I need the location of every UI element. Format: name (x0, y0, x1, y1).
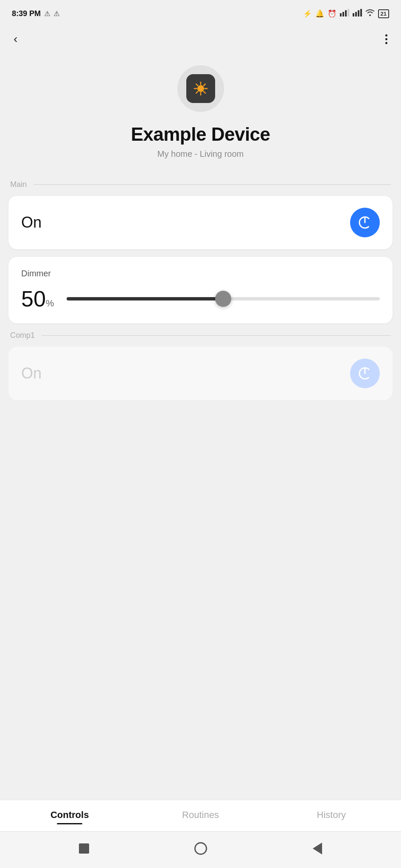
dimmer-unit: % (46, 298, 54, 309)
bell-icon: 🔔 (315, 9, 324, 18)
system-back-button[interactable] (310, 841, 325, 856)
tab-controls[interactable]: Controls (4, 810, 135, 824)
status-right: ⚡ 🔔 ⏰ 21 (303, 9, 389, 19)
warning-icon-2: ⚠ (53, 10, 59, 18)
bottom-spacer (0, 604, 401, 800)
signal-icon-2 (353, 9, 362, 19)
device-location: My home - Living room (157, 149, 244, 159)
svg-rect-1 (342, 12, 344, 17)
signal-icon-1 (340, 9, 349, 19)
tab-history[interactable]: History (266, 810, 397, 824)
svg-rect-0 (340, 13, 342, 17)
device-name: Example Device (131, 124, 270, 145)
wifi-icon (365, 9, 375, 19)
dimmer-number: 50 (21, 287, 46, 311)
warning-icon-1: ⚠ (44, 10, 50, 18)
comp1-power-button[interactable] (350, 359, 380, 388)
main-content: Main On Dimmer 50% Comp1 On (0, 180, 401, 604)
svg-point-9 (197, 85, 204, 92)
dimmer-value-display: 50% (21, 286, 54, 312)
dimmer-slider[interactable] (67, 297, 380, 300)
comp1-section-divider (42, 335, 391, 336)
tab-controls-underline (57, 823, 82, 824)
power-card: On (8, 196, 393, 249)
back-icon (313, 843, 322, 854)
device-icon-inner (186, 74, 215, 103)
status-left: 8:39 PM ⚠ ⚠ (12, 9, 59, 18)
dimmer-card: Dimmer 50% (8, 257, 393, 323)
comp1-label-text: Comp1 (10, 331, 35, 340)
main-section-label: Main (8, 180, 393, 189)
status-bar: 8:39 PM ⚠ ⚠ ⚡ 🔔 ⏰ 21 (0, 0, 401, 25)
svg-line-16 (203, 84, 205, 86)
svg-rect-6 (358, 10, 359, 17)
more-options-button[interactable] (385, 34, 387, 44)
home-button[interactable] (193, 841, 208, 856)
svg-rect-5 (355, 12, 357, 17)
device-icon-circle (177, 65, 224, 112)
svg-rect-2 (345, 10, 347, 17)
svg-line-17 (196, 92, 198, 93)
svg-rect-4 (353, 13, 354, 17)
main-section-divider (34, 184, 391, 185)
home-icon (194, 842, 207, 855)
back-button[interactable]: ‹ (14, 33, 17, 45)
nav-header: ‹ (0, 25, 401, 53)
tab-controls-label: Controls (50, 810, 89, 821)
comp1-power-card: On (8, 347, 393, 400)
power-button[interactable] (350, 208, 380, 237)
battery-indicator: 21 (378, 9, 389, 18)
tab-routines[interactable]: Routines (135, 810, 266, 824)
svg-line-14 (196, 84, 198, 86)
recents-button[interactable] (76, 841, 92, 856)
dimmer-title: Dimmer (21, 269, 380, 278)
dimmer-row: 50% (21, 286, 380, 312)
svg-rect-3 (348, 9, 349, 17)
svg-point-8 (369, 14, 371, 16)
device-hero: Example Device My home - Living room (0, 53, 401, 180)
comp1-section-label: Comp1 (8, 331, 393, 340)
time-display: 8:39 PM (12, 9, 41, 18)
bluetooth-icon: ⚡ (303, 9, 312, 18)
recents-icon (79, 843, 89, 854)
bottom-tab-bar: Controls Routines History (0, 800, 401, 831)
dimmer-slider-container (67, 290, 380, 307)
main-label-text: Main (10, 180, 27, 189)
power-status-label: On (21, 214, 42, 231)
alarm-icon: ⏰ (328, 9, 337, 18)
comp1-power-status-label: On (21, 364, 42, 382)
tab-routines-label: Routines (182, 810, 219, 821)
tab-history-label: History (317, 810, 346, 821)
system-nav-bar (0, 831, 401, 868)
svg-rect-7 (360, 9, 362, 17)
brightness-icon (193, 81, 209, 97)
svg-line-15 (203, 92, 205, 93)
